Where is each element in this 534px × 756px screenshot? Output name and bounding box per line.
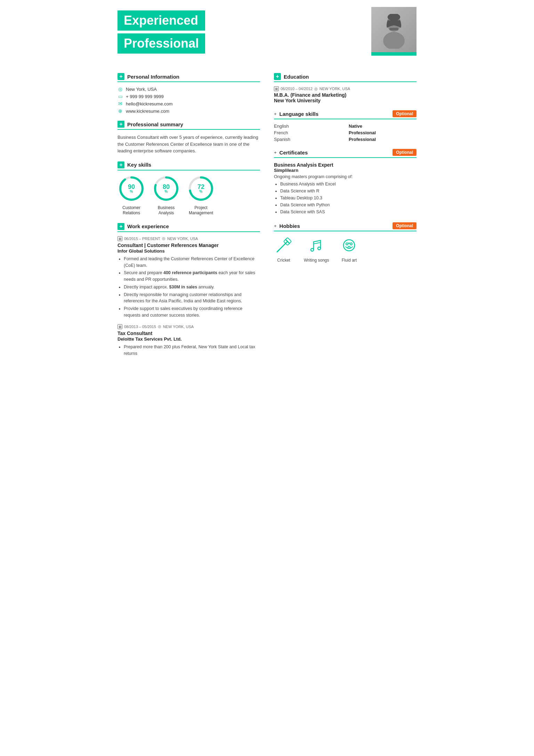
hobbies-title: Hobbies — [280, 223, 300, 229]
resume-header: Experienced Professional — [118, 7, 416, 56]
cert-bullet: Tableau Desktop 10.3 — [280, 194, 416, 201]
right-column: + Education ▦ 06/2010 – 04/2012 ◎ NEW YO… — [274, 66, 416, 362]
edu-location-pin: ◎ — [314, 87, 318, 91]
work-job-title-1: Consultant | Customer References Manager — [118, 242, 260, 248]
plus-icon-hobbies: + — [274, 223, 277, 229]
work-title: Work experience — [127, 223, 169, 229]
bullet-item: Formed and leading the Customer Referenc… — [124, 256, 260, 269]
cert-bullet: Data Science with Python — [280, 201, 416, 208]
title-line-2: Professional — [118, 33, 205, 54]
cricket-icon — [274, 236, 293, 255]
work-company-2: Deloitte Tax Services Pvt. Ltd. — [118, 336, 260, 342]
work-bullets-2: Prepared more than 200 plus Federal, New… — [118, 344, 260, 357]
email-item: ✉ hello@kickresume.com — [118, 101, 260, 106]
lang-level-2: Professional — [349, 130, 416, 135]
skill-label-2: Project Management — [189, 205, 213, 216]
svg-point-2 — [383, 32, 405, 49]
work-location-1: NEW YORK, USA — [167, 237, 198, 241]
work-job-title-2: Tax Consultant — [118, 330, 260, 336]
skill-value-0: 90 % — [128, 184, 135, 193]
art-label: Fluid art — [342, 258, 357, 263]
music-icon — [307, 236, 326, 255]
lang-name-1: English — [274, 124, 342, 129]
bullet-item: Secure and prepare 400 reference partici… — [124, 270, 260, 283]
summary-title: Professional summary — [127, 121, 183, 127]
svg-point-20 — [348, 242, 350, 244]
bullet-item: Prepared more than 200 plus Federal, New… — [124, 344, 260, 357]
language-header: + Language skills Optional — [274, 110, 416, 119]
education-title: Education — [284, 74, 309, 80]
calendar-icon-2: ▦ — [118, 324, 122, 329]
skill-value-1: 80 % — [163, 184, 170, 193]
cricket-label: Cricket — [277, 258, 290, 263]
certificates-title: Certificates — [280, 150, 308, 156]
location-pin-1: ◎ — [162, 236, 165, 241]
hobby-art: Fluid art — [339, 236, 359, 263]
work-company-1: Infor Global Solutions — [118, 248, 260, 254]
certificates-optional-badge: Optional — [393, 149, 416, 156]
music-label: Writing songs — [304, 258, 329, 263]
website-text: www.kickresume.com — [126, 109, 169, 114]
skill-label-0: Customer Relations — [122, 205, 140, 216]
skills-title: Key skills — [127, 162, 151, 168]
language-optional-badge: Optional — [393, 110, 416, 117]
work-meta-1: ▦ 06/2015 – PRESENT ◎ NEW YORK, USA — [118, 236, 260, 241]
lang-level-1: Native — [349, 124, 416, 129]
calendar-icon-1: ▦ — [118, 236, 122, 241]
hobbies-header-left: + Hobbies — [274, 223, 300, 229]
bullet-item: Provide support to sales executives by c… — [124, 305, 260, 319]
hobbies-optional-badge: Optional — [393, 222, 416, 229]
hobbies-section: + Hobbies Optional Cric — [274, 222, 416, 263]
svg-point-18 — [350, 243, 352, 245]
bullet-item: Directly responsible for managing custom… — [124, 292, 260, 305]
work-header: + Work experience — [118, 223, 260, 232]
edu-location-1: NEW YORK, USA — [319, 87, 350, 91]
left-column: + Personal Information ◎ New York, USA ▭… — [118, 66, 260, 362]
personal-info-section: + Personal Information ◎ New York, USA ▭… — [118, 73, 260, 114]
hobby-cricket: Cricket — [274, 236, 293, 263]
cert-bullet: Data Science with R — [280, 188, 416, 194]
svg-point-16 — [343, 240, 355, 251]
svg-point-14 — [311, 248, 314, 251]
cert-bullet: Business Analysis with Excel — [280, 181, 416, 188]
work-bullets-1: Formed and leading the Customer Referenc… — [118, 256, 260, 319]
website-icon: ⊕ — [118, 108, 123, 114]
cert-org-1: Simplilearn — [274, 168, 416, 173]
plus-icon-education: + — [274, 73, 281, 80]
main-content: + Personal Information ◎ New York, USA ▭… — [118, 66, 416, 362]
work-meta-2: ▦ 08/2013 – 05/2015 ◎ NEW YORK, USA — [118, 324, 260, 329]
skill-item-2: 72 % Project Management — [187, 175, 215, 216]
skill-item-0: 90 % Customer Relations — [118, 175, 145, 216]
skills-header: + Key skills — [118, 161, 260, 170]
work-entry-1: ▦ 06/2015 – PRESENT ◎ NEW YORK, USA Cons… — [118, 236, 260, 319]
lang-level-3: Professional — [349, 137, 416, 142]
phone-text: + 999 99 999 9999 — [126, 94, 164, 99]
skills-container: 90 % Customer Relations 80 % Business An… — [118, 175, 260, 216]
skill-item-1: 80 % Business Analysis — [152, 175, 180, 216]
lang-name-2: French — [274, 130, 342, 135]
profile-photo — [371, 7, 416, 56]
language-table: English Native French Professional Spani… — [274, 124, 416, 142]
svg-point-17 — [346, 243, 348, 245]
svg-point-15 — [318, 247, 321, 250]
lang-name-3: Spanish — [274, 137, 342, 142]
location-icon: ◎ — [118, 86, 123, 92]
skill-label-1: Business Analysis — [158, 205, 175, 216]
cert-bullets-1: Business Analysis with Excel Data Scienc… — [274, 181, 416, 215]
language-header-left: + Language skills — [274, 111, 318, 117]
certificate-entry-1: Business Analysis Expert Simplilearn Ong… — [274, 162, 416, 215]
hobby-music: Writing songs — [304, 236, 329, 263]
edu-school-1: New York University — [274, 98, 416, 103]
education-section: + Education ▦ 06/2010 – 04/2012 ◎ NEW YO… — [274, 73, 416, 103]
plus-icon-language: + — [274, 111, 277, 117]
plus-icon-skills: + — [118, 161, 124, 168]
work-experience-section: + Work experience ▦ 06/2015 – PRESENT ◎ … — [118, 223, 260, 357]
email-text: hello@kickresume.com — [126, 101, 173, 106]
hobbies-header: + Hobbies Optional — [274, 222, 416, 231]
art-icon — [339, 236, 359, 255]
certificates-header: + Certificates Optional — [274, 149, 416, 158]
svg-rect-1 — [389, 28, 398, 30]
professional-summary-section: + Professional summary Business Consulta… — [118, 121, 260, 154]
key-skills-section: + Key skills 90 % Customer Relations 80 … — [118, 161, 260, 216]
bullet-item: Directly impact approx. $30M in sales an… — [124, 284, 260, 291]
